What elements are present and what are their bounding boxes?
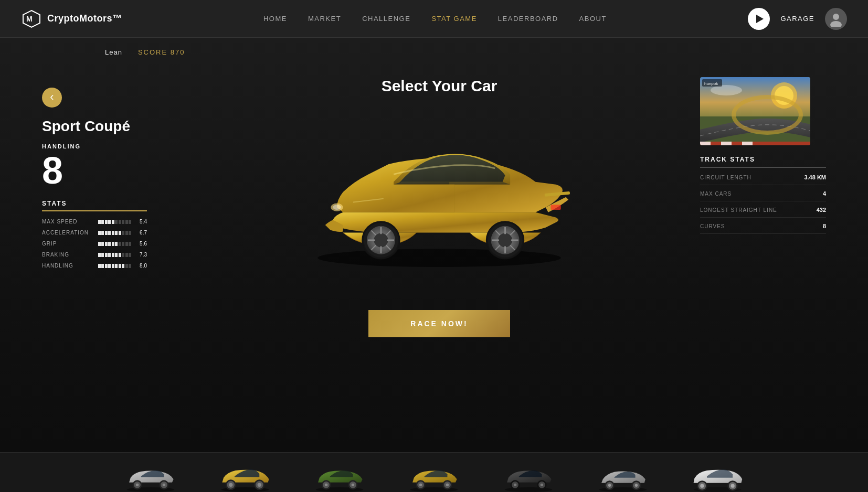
track-stat-name-straight: LONGEST STRAIGHT LINE — [700, 207, 777, 213]
track-stat-value-circuit: 3.48 KM — [804, 174, 826, 180]
stat-name-handling: HANDLING — [42, 263, 89, 269]
svg-point-2 — [833, 14, 839, 20]
car-thumb-xxx024[interactable]: #xxx024 — [591, 463, 654, 492]
svg-point-54 — [229, 483, 232, 487]
logo-text: CryptoMotors™ — [47, 13, 122, 24]
stat-row-grip: GRIP 5.6 — [42, 241, 147, 247]
stat-value-grip: 5.6 — [134, 241, 147, 247]
navbar-nav: HOME MARKET CHALLENGE STAT GAME LEADERBO… — [263, 15, 607, 23]
svg-point-85 — [635, 484, 638, 487]
logo-icon: M — [21, 8, 42, 29]
svg-point-47 — [136, 484, 139, 486]
svg-rect-41 — [742, 142, 753, 145]
nav-market[interactable]: MARKET — [308, 15, 341, 23]
center-panel: Select Your Car — [178, 72, 700, 442]
score-mode-label: Lean — [105, 48, 122, 56]
nav-home[interactable]: HOME — [263, 15, 287, 23]
stat-row-handling: HANDLING 8.0 — [42, 263, 147, 269]
car-thumb-xxx014[interactable]: #xxx014 — [403, 463, 465, 492]
back-button[interactable] — [42, 88, 62, 108]
car-selection-area: Sport Coupé HANDLING 8 STATS MAX SPEED 5… — [0, 67, 868, 452]
svg-rect-8 — [551, 205, 560, 210]
handling-label: HANDLING — [42, 143, 178, 149]
right-panel: hunpok TRACK STATS CIRCUIT LENGTH 3.48 K… — [700, 72, 826, 442]
page-title: Select Your Car — [382, 77, 497, 95]
logo[interactable]: M CryptoMotors™ — [21, 8, 122, 29]
stat-value-handling: 8.0 — [134, 263, 147, 269]
svg-point-61 — [325, 484, 327, 486]
car-thumb-xxx006[interactable]: #xxx006 — [308, 463, 371, 492]
track-stat-straight-line: LONGEST STRAIGHT LINE 432 — [700, 207, 826, 218]
track-stat-name-circuit: CIRCUIT LENGTH — [700, 175, 751, 180]
navbar: M CryptoMotors™ HOME MARKET CHALLENGE ST… — [0, 0, 868, 38]
stat-bar-braking — [98, 253, 132, 257]
mini-car-xxx024 — [594, 466, 652, 492]
score-display: SCORE 870 — [138, 48, 185, 56]
nav-leaderboard[interactable]: LEADERBOARD — [498, 15, 558, 23]
svg-point-57 — [258, 483, 261, 487]
track-stats-title: TRACK STATS — [700, 156, 826, 168]
race-now-button[interactable]: RACE NOW! — [368, 310, 510, 337]
svg-point-64 — [352, 484, 354, 486]
car-name: Sport Coupé — [42, 118, 178, 135]
mini-car-xxx003 — [122, 466, 179, 492]
car-showcase — [292, 111, 586, 279]
track-stat-value-straight: 432 — [817, 207, 826, 213]
car-thumbnails-bar: #xxx003 #xxx004 — [0, 452, 868, 492]
stat-bar-acceleration — [98, 231, 132, 235]
svg-point-71 — [446, 484, 449, 486]
svg-rect-40 — [721, 142, 732, 145]
svg-point-50 — [163, 484, 165, 486]
track-stat-curves: CURVES 8 — [700, 223, 826, 234]
track-stat-circuit-length: CIRCUIT LENGTH 3.48 KM — [700, 174, 826, 185]
mini-car-xxx006 — [311, 466, 368, 492]
stat-bar-handling — [98, 264, 132, 268]
nav-stat-game[interactable]: STAT GAME — [431, 15, 477, 23]
garage-button[interactable]: GARAGE — [780, 15, 814, 23]
score-bar: Lean SCORE 870 — [0, 38, 868, 67]
stat-row-braking: BRAKING 7.3 — [42, 252, 147, 258]
track-stat-max-cars: MAX CARS 4 — [700, 190, 826, 201]
svg-rect-38 — [700, 142, 810, 145]
svg-point-89 — [700, 484, 704, 488]
svg-point-12 — [374, 233, 388, 247]
mini-car-xxx026 — [689, 466, 746, 492]
svg-point-82 — [608, 484, 611, 487]
left-panel: Sport Coupé HANDLING 8 STATS MAX SPEED 5… — [42, 72, 178, 442]
car-thumb-xxx016[interactable]: #xxx016 — [497, 463, 560, 492]
mini-car-xxx016 — [500, 466, 557, 492]
svg-point-35 — [775, 86, 793, 105]
svg-point-4 — [317, 249, 560, 267]
play-button[interactable] — [748, 8, 770, 30]
stat-value-braking: 7.3 — [134, 252, 147, 258]
stat-value-max-speed: 5.4 — [134, 219, 147, 224]
track-thumbnail: hunpok — [700, 77, 810, 145]
avatar[interactable] — [825, 8, 847, 30]
svg-point-68 — [419, 484, 422, 486]
stats-section: STATS MAX SPEED 5.4 ACCELERATION — [42, 200, 178, 269]
stats-title: STATS — [42, 200, 147, 211]
stat-name-max-speed: MAX SPEED — [42, 219, 89, 224]
stat-name-braking: BRAKING — [42, 252, 89, 258]
svg-point-78 — [541, 484, 543, 486]
svg-text:hunpok: hunpok — [704, 81, 718, 86]
stat-value-acceleration: 6.7 — [134, 230, 147, 236]
track-stat-value-max-cars: 4 — [823, 190, 826, 197]
track-stat-value-curves: 8 — [823, 223, 826, 229]
nav-challenge[interactable]: CHALLENGE — [362, 15, 410, 23]
car-thumb-xxx026[interactable]: #xxx026 — [686, 463, 749, 492]
nav-about[interactable]: ABOUT — [579, 15, 607, 23]
navbar-right: GARAGE — [748, 8, 847, 30]
svg-point-7 — [333, 205, 341, 210]
svg-point-3 — [830, 21, 842, 27]
main-content: Lean SCORE 870 Sport Coupé HANDLING 8 ST… — [0, 38, 868, 452]
stat-bar-grip — [98, 242, 132, 246]
svg-point-75 — [514, 484, 516, 486]
svg-point-24 — [498, 233, 512, 247]
stat-name-acceleration: ACCELERATION — [42, 230, 89, 236]
mini-car-xxx014 — [405, 466, 463, 492]
track-stat-name-curves: CURVES — [700, 223, 725, 229]
car-thumb-xxx004[interactable]: #xxx004 — [214, 463, 277, 492]
svg-point-92 — [731, 484, 734, 488]
car-thumb-xxx003[interactable]: #xxx003 — [119, 463, 182, 492]
